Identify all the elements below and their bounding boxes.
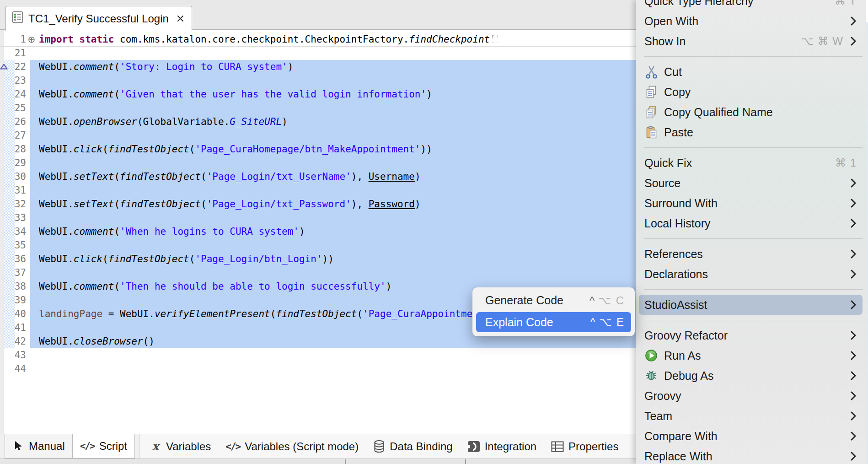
- code-token: (GlobalVariable.: [137, 116, 230, 127]
- chevron-right-icon: [850, 198, 857, 209]
- menu-item-surround-with[interactable]: Surround With: [636, 193, 866, 213]
- code-line[interactable]: WebUI.click(findTestObject('Page_Login/b…: [39, 252, 334, 266]
- code-token: (: [114, 226, 120, 237]
- test-case-icon: [12, 11, 23, 26]
- menu-item-references[interactable]: References: [636, 244, 866, 264]
- separator-line: [644, 147, 863, 148]
- code-line[interactable]: WebUI.click(findTestObject('Page_CuraHom…: [39, 142, 432, 156]
- menu-item-team[interactable]: Team: [636, 406, 866, 426]
- line-number: 38: [0, 280, 26, 293]
- studioassist-submenu: Generate Code^⌥ CExplain Code^⌥ E: [472, 287, 635, 336]
- menu-item-label: Team: [644, 410, 672, 423]
- code-token: ): [299, 226, 305, 237]
- code-token: 'Page_Login/txt_Password': [207, 199, 351, 210]
- code-token: WebUI.: [39, 144, 74, 155]
- code-line[interactable]: WebUI.comment('Story: Login to CURA syst…: [39, 60, 293, 74]
- close-icon[interactable]: [177, 15, 184, 22]
- code-token: (: [357, 308, 363, 319]
- line-number: 29: [0, 156, 26, 170]
- view-tab-integration[interactable]: Integration: [460, 440, 544, 453]
- integration-icon: [467, 441, 480, 453]
- chevron-right-icon: [850, 299, 857, 310]
- chevron-right-icon: [850, 330, 857, 341]
- editor-tab-title: TC1_Verify Successful Login: [28, 12, 169, 25]
- code-line[interactable]: WebUI.setText(findTestObject('Page_Login…: [39, 170, 421, 183]
- code-line[interactable]: WebUI.comment('Given that the user has t…: [39, 87, 432, 101]
- menu-item-cut[interactable]: Cut: [636, 62, 866, 82]
- menu-item-copy-qualified-name[interactable]: Copy Qualified Name: [636, 102, 866, 122]
- code-area[interactable]: 1⊕import static com.kms.katalon.core.che…: [0, 30, 636, 434]
- line-number: 42: [0, 335, 26, 348]
- menu-item-debug-as[interactable]: Debug As: [636, 366, 866, 386]
- code-token: import static: [39, 34, 120, 45]
- collapsed-imports-box[interactable]: [492, 35, 498, 43]
- code-token: 'Story: Login to CURA system': [120, 61, 288, 72]
- code-line[interactable]: import static com.kms.katalon.core.check…: [39, 32, 498, 46]
- code-layer: 1⊕import static com.kms.katalon.core.che…: [0, 30, 636, 434]
- chevron-right-icon: [850, 390, 857, 401]
- code-line[interactable]: WebUI.closeBrowser(): [39, 335, 155, 348]
- code-line[interactable]: WebUI.comment('Then he should be able to…: [39, 280, 391, 293]
- properties-icon: [551, 441, 564, 452]
- menu-item-compare-with[interactable]: Compare With: [636, 426, 866, 446]
- code-token: )): [421, 144, 432, 155]
- code-token: comment: [74, 89, 114, 100]
- code-token: (: [270, 308, 276, 319]
- menu-item-copy[interactable]: Copy: [636, 82, 866, 102]
- submenu-item-generate-code[interactable]: Generate Code^⌥ C: [476, 290, 631, 311]
- code-token: com.kms.katalon.core.checkpoint.Checkpoi…: [120, 34, 409, 45]
- code-line[interactable]: WebUI.comment('When he logins to CURA sy…: [39, 225, 305, 238]
- menu-item-groovy[interactable]: Groovy: [636, 386, 866, 406]
- line-number: 32: [0, 197, 26, 211]
- code-token: 'When he logins to CURA system': [120, 226, 299, 237]
- menu-item-label: Declarations: [644, 268, 708, 281]
- sash-handle[interactable]: [345, 459, 346, 464]
- code-token: ),: [351, 199, 369, 210]
- fold-expand-icon[interactable]: ⊕: [27, 32, 37, 46]
- menu-item-label: Copy: [664, 86, 691, 99]
- menu-item-groovy-refactor[interactable]: Groovy Refactor: [636, 325, 866, 345]
- bottom-sash[interactable]: [0, 459, 636, 464]
- menu-separator: [636, 142, 866, 153]
- line-number: 28: [0, 142, 26, 156]
- code-line[interactable]: WebUI.setText(findTestObject('Page_Login…: [39, 197, 421, 211]
- code-token: comment: [74, 281, 114, 292]
- sash-handle[interactable]: [465, 459, 466, 464]
- editor-tab[interactable]: TC1_Verify Successful Login: [5, 6, 192, 31]
- code-token: (: [102, 254, 108, 264]
- menu-item-declarations[interactable]: Declarations: [636, 264, 866, 284]
- menu-item-quick-fix[interactable]: Quick Fix⌘ 1: [636, 153, 866, 173]
- code-token: setText: [74, 171, 114, 182]
- edit-location-marker: [0, 64, 8, 70]
- code-token: )): [322, 254, 334, 264]
- code-token: findTestObject: [108, 144, 189, 155]
- menu-item-run-as[interactable]: Run As: [636, 345, 866, 366]
- menu-item-replace-with[interactable]: Replace With: [636, 446, 866, 464]
- copy-qualified-icon: [644, 105, 658, 119]
- view-tab-script[interactable]: </>Script: [72, 434, 135, 459]
- code-token: ): [386, 281, 392, 292]
- menu-item-local-history[interactable]: Local History: [636, 213, 866, 233]
- debug-icon: [644, 368, 658, 383]
- menu-item-source[interactable]: Source: [636, 173, 866, 193]
- view-tab-manual[interactable]: Manual: [5, 434, 73, 459]
- line-number: 30: [0, 170, 26, 183]
- code-line[interactable]: WebUI.openBrowser(GlobalVariable.G_SiteU…: [39, 115, 288, 129]
- view-tab-variables[interactable]: xVariables: [142, 440, 218, 453]
- menu-item-show-in[interactable]: Show In⌥ ⌘ W: [636, 31, 866, 51]
- menu-item-studioassist[interactable]: StudioAssist: [639, 295, 863, 315]
- code-token: 'Then he should be able to login success…: [120, 281, 386, 292]
- view-tab-properties[interactable]: Properties: [544, 440, 626, 453]
- code-token: comment: [74, 226, 114, 237]
- menu-item-quick-type-hierarchy[interactable]: Quick Type Hierarchy⌘ T: [636, 0, 866, 11]
- view-tab-label: Data Binding: [390, 440, 452, 453]
- view-tab-data-binding[interactable]: Data Binding: [366, 440, 460, 453]
- menu-item-open-with[interactable]: Open With: [636, 11, 866, 31]
- menu-separator: [636, 315, 866, 325]
- view-tab-variables-script-mode[interactable]: </>Variables (Script mode): [218, 440, 366, 453]
- submenu-item-explain-code[interactable]: Explain Code^⌥ E: [476, 312, 631, 332]
- menu-item-paste[interactable]: Paste: [636, 122, 866, 142]
- code-token: (: [114, 171, 120, 182]
- code-token: WebUI.: [39, 254, 74, 264]
- menu-item-label: StudioAssist: [644, 298, 707, 312]
